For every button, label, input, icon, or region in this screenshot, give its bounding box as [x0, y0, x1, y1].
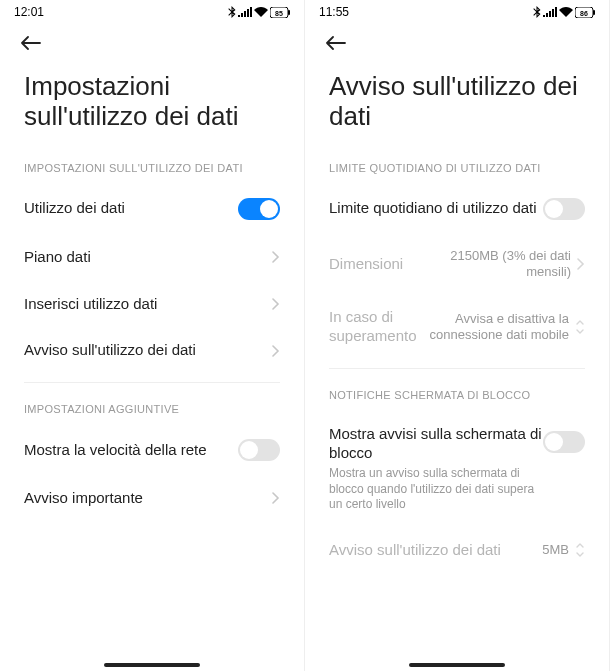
row-data-plan[interactable]: Piano dati: [0, 234, 304, 281]
chevron-right-icon: [272, 492, 280, 504]
row-label: Mostra avvisi sulla schermata di blocco: [329, 425, 543, 463]
toggle-lock-warning[interactable]: [543, 431, 585, 453]
row-label: Limite quotidiano di utilizzo dati: [329, 199, 543, 218]
row-label: Avviso importante: [24, 489, 266, 508]
row-label: Dimensioni: [329, 255, 421, 274]
back-button[interactable]: [325, 32, 347, 54]
divider: [24, 382, 280, 383]
battery-icon: 86: [575, 7, 595, 18]
wifi-icon: [559, 7, 573, 17]
arrow-left-icon: [326, 36, 346, 50]
arrow-left-icon: [21, 36, 41, 50]
toggle-data-usage[interactable]: [238, 198, 280, 220]
svg-text:86: 86: [580, 9, 588, 16]
chevron-right-icon: [272, 345, 280, 357]
row-value: 2150MB (3% dei dati mensili): [421, 248, 571, 281]
bluetooth-icon: [228, 6, 236, 18]
status-time: 11:55: [319, 5, 349, 19]
row-show-speed[interactable]: Mostra la velocità della rete: [0, 425, 304, 475]
toggle-show-speed[interactable]: [238, 439, 280, 461]
status-bar: 11:55 86: [305, 0, 609, 24]
status-icons: 85: [228, 6, 290, 18]
status-icons: 86: [533, 6, 595, 18]
row-daily-limit[interactable]: Limite quotidiano di utilizzo dati: [305, 184, 609, 234]
section-header-daily-limit: LIMITE QUOTIDIANO DI UTILIZZO DATI: [305, 146, 609, 184]
row-label: In caso di superamento: [329, 308, 419, 346]
section-header-additional: IMPOSTAZIONI AGGIUNTIVE: [0, 387, 304, 425]
wifi-icon: [254, 7, 268, 17]
svg-rect-4: [593, 10, 595, 15]
signal-icon: [543, 7, 557, 17]
home-indicator[interactable]: [409, 663, 505, 667]
row-value: 5MB: [542, 542, 569, 558]
phone-left: 12:01 85 Impostazioni sull'utilizzo dei …: [0, 0, 305, 671]
divider: [329, 368, 585, 369]
status-bar: 12:01 85: [0, 0, 304, 24]
row-enter-usage[interactable]: Inserisci utilizzo dati: [0, 281, 304, 328]
row-subtitle: Mostra un avviso sulla schermata di bloc…: [329, 466, 543, 513]
row-data-usage[interactable]: Utilizzo dei dati: [0, 184, 304, 234]
row-label: Utilizzo dei dati: [24, 199, 238, 218]
app-bar: [0, 24, 304, 54]
phone-right: 11:55 86 Avviso sull'utilizzo dei dati L…: [305, 0, 610, 671]
row-label: Inserisci utilizzo dati: [24, 295, 266, 314]
app-bar: [305, 24, 609, 54]
home-indicator[interactable]: [104, 663, 200, 667]
bluetooth-icon: [533, 6, 541, 18]
row-value: Avvisa e disattiva la connessione dati m…: [419, 311, 569, 344]
svg-rect-1: [288, 10, 290, 15]
chevron-right-icon: [272, 298, 280, 310]
row-size: Dimensioni 2150MB (3% dei dati mensili): [305, 234, 609, 295]
chevron-right-icon: [577, 258, 585, 270]
updown-icon: [575, 319, 585, 335]
row-label: Piano dati: [24, 248, 266, 267]
row-label: Avviso sull'utilizzo dei dati: [24, 341, 266, 360]
row-usage-warning-amount: Avviso sull'utilizzo dei dati 5MB: [305, 527, 609, 574]
updown-icon: [575, 542, 585, 558]
section-header-usage: IMPOSTAZIONI SULL'UTILIZZO DEI DATI: [0, 146, 304, 184]
page-title: Avviso sull'utilizzo dei dati: [305, 54, 609, 146]
svg-text:85: 85: [275, 9, 283, 16]
row-usage-warning[interactable]: Avviso sull'utilizzo dei dati: [0, 327, 304, 374]
status-time: 12:01: [14, 5, 44, 19]
row-important-notice[interactable]: Avviso importante: [0, 475, 304, 522]
row-lock-screen-warning[interactable]: Mostra avvisi sulla schermata di blocco …: [305, 411, 609, 527]
row-label: Avviso sull'utilizzo dei dati: [329, 541, 542, 560]
section-header-lock-notif: NOTIFICHE SCHERMATA DI BLOCCO: [305, 373, 609, 411]
row-label: Mostra la velocità della rete: [24, 441, 238, 460]
battery-icon: 85: [270, 7, 290, 18]
chevron-right-icon: [272, 251, 280, 263]
row-overage: In caso di superamento Avvisa e disattiv…: [305, 294, 609, 360]
toggle-daily-limit[interactable]: [543, 198, 585, 220]
page-title: Impostazioni sull'utilizzo dei dati: [0, 54, 304, 146]
signal-icon: [238, 7, 252, 17]
back-button[interactable]: [20, 32, 42, 54]
